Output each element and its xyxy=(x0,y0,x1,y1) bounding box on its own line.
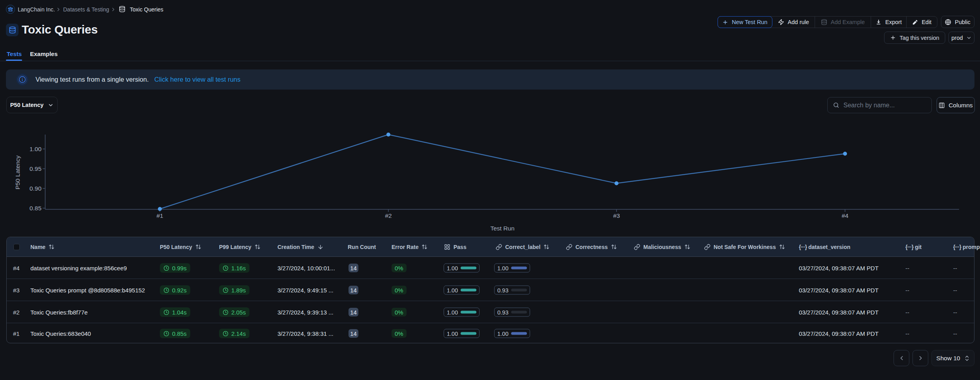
svg-text:0.95: 0.95 xyxy=(30,165,41,172)
svg-text:0.85: 0.85 xyxy=(30,205,41,212)
svg-text:#4: #4 xyxy=(841,212,849,219)
svg-text:1.00: 1.00 xyxy=(30,146,42,152)
svg-text:#2: #2 xyxy=(385,212,392,219)
svg-text:0.90: 0.90 xyxy=(30,185,42,192)
svg-text:Test Run: Test Run xyxy=(490,225,514,232)
svg-text:P50 Latency: P50 Latency xyxy=(14,155,21,189)
svg-text:#3: #3 xyxy=(613,212,620,219)
svg-text:#1: #1 xyxy=(156,212,163,219)
